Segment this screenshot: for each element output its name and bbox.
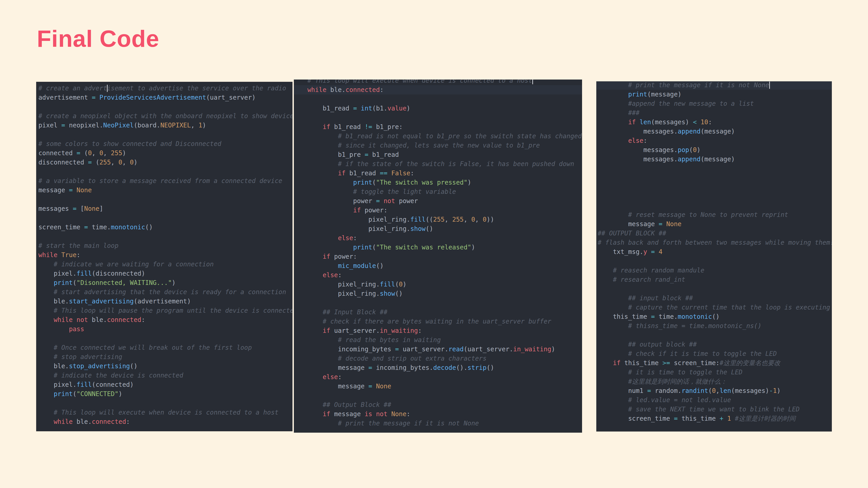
- code-line: [36, 213, 292, 223]
- code-panel-middle[interactable]: # This loop will execute when device is …: [294, 79, 582, 433]
- code-line: screen_time = time.monotonic(): [36, 223, 292, 232]
- code-line: ble.stop_advertising(): [36, 361, 292, 371]
- code-line: txt_msg.y = 4: [596, 247, 832, 256]
- code-line: [596, 201, 832, 210]
- code-line: # This loop will execute when device is …: [294, 79, 582, 85]
- code-line: b1_read = int(b1.value): [294, 104, 582, 113]
- code-line: pixel.fill(connected): [36, 380, 292, 389]
- code-line: num1 = random.randint(0,len(messages)-1): [596, 386, 832, 395]
- code-line: pixel_ring.show(): [294, 224, 582, 233]
- code-line: [596, 182, 832, 192]
- code-line: ###: [596, 108, 832, 118]
- code-line: else:: [294, 270, 582, 280]
- code-line: message = incoming_bytes.decode().strip(…: [294, 363, 582, 372]
- code-line: [294, 94, 582, 104]
- code-line: [36, 334, 292, 343]
- code-line: # start advertising that the device is r…: [36, 287, 292, 297]
- code-line: # This loop will pause the program until…: [36, 306, 292, 315]
- code-line: # research rand_int: [596, 275, 832, 284]
- code-line: # reset message to None to prevent repri…: [596, 210, 832, 219]
- code-line: # check if there are bytes waiting in th…: [294, 317, 582, 326]
- text-cursor: [107, 85, 107, 92]
- code-line: # read the bytes in waiting: [294, 335, 582, 345]
- code-line: if uart_server.in_waiting:: [294, 326, 582, 335]
- code-line: # print the message if it is not None: [294, 419, 582, 428]
- code-line: # toggle the light variable: [294, 187, 582, 196]
- code-line: [596, 173, 832, 182]
- code-line: # since it changed, lets save the new va…: [294, 141, 582, 150]
- code-line: [294, 113, 582, 122]
- code-line: # This loop will execute when device is …: [36, 408, 292, 417]
- code-line: [596, 284, 832, 293]
- code-line: # led.value = not led.value: [596, 395, 832, 404]
- code-line: else:: [596, 136, 832, 145]
- code-line: print(message): [596, 90, 832, 99]
- code-line: if b1_read != b1_pre:: [294, 122, 582, 131]
- code-line: print("The switch was released"): [294, 242, 582, 252]
- code-line: pixel_ring.fill(0): [294, 280, 582, 289]
- code-line: if power:: [294, 205, 582, 215]
- code-line: # thisns_time = time.monotonic_ns(): [596, 321, 832, 330]
- code-line: # it is time to toggle the LED: [596, 367, 832, 377]
- code-line: ble.start_advertising(advertisement): [36, 297, 292, 306]
- code-line: ## Input Block ##: [294, 307, 582, 317]
- code-line: [596, 256, 832, 266]
- code-line: # stop advertising: [36, 352, 292, 361]
- code-line: messages.append(message): [596, 127, 832, 136]
- code-line: messages = [None]: [36, 204, 292, 213]
- code-line: # check if it is time to toggle the LED: [596, 349, 832, 358]
- code-line: print("The switch was pressed"): [294, 178, 582, 187]
- code-line: pixel = neopixel.NeoPixel(board.NEOPIXEL…: [36, 121, 292, 130]
- code-panel-right[interactable]: # print the message if it is not None pr…: [596, 81, 832, 431]
- code-line: # capture the current time that the loop…: [596, 303, 832, 312]
- code-line: if power:: [294, 252, 582, 261]
- code-line: [596, 330, 832, 340]
- code-line: pass: [36, 324, 292, 334]
- code-line: ## output block ##: [596, 340, 832, 349]
- text-cursor: [532, 79, 533, 84]
- code-line: [36, 195, 292, 204]
- code-line: [36, 102, 292, 111]
- code-panel-left[interactable]: # create an advertisement to advertise t…: [36, 82, 292, 431]
- code-line: # create a neopixel object with the onbo…: [36, 111, 292, 121]
- code-line: b1_pre = b1_read: [294, 150, 582, 159]
- code-area-middle[interactable]: # This loop will execute when device is …: [294, 79, 582, 428]
- code-line: ## Output Block ##: [294, 400, 582, 410]
- code-line: if len(messages) < 10:: [596, 118, 832, 127]
- code-line-current: while ble.connected:: [294, 85, 582, 94]
- code-line: advertisement = ProvideServicesAdvertise…: [36, 93, 292, 102]
- code-line: # Once connected we will break out of th…: [36, 343, 292, 352]
- text-cursor: [769, 82, 770, 89]
- code-line: # some colors to show connected and Disc…: [36, 139, 292, 149]
- code-line: else:: [294, 233, 582, 242]
- code-line: if b1_read == False:: [294, 168, 582, 178]
- code-area-left[interactable]: # create an advertisement to advertise t…: [36, 84, 292, 426]
- code-line: if message is not None:: [294, 410, 582, 419]
- code-line-current: # print the message if it is not None: [596, 81, 832, 90]
- page-title: Final Code: [37, 25, 159, 52]
- code-line: # indicate the device is connected: [36, 371, 292, 380]
- code-line: pixel.fill(disconnected): [36, 269, 292, 278]
- code-line: disconnected = (255, 0, 0): [36, 158, 292, 167]
- code-line: else:: [294, 372, 582, 382]
- code-line: [36, 398, 292, 408]
- code-line: message = None: [294, 382, 582, 391]
- code-area-right[interactable]: # print the message if it is not None pr…: [596, 81, 832, 423]
- code-line: message = None: [36, 186, 292, 195]
- code-line: # start the main loop: [36, 241, 292, 250]
- code-line: if this_time >= screen_time:#这里的变量名也要改: [596, 358, 832, 367]
- code-line: # save the NEXT time we want to blink th…: [596, 404, 832, 414]
- code-line: [36, 130, 292, 139]
- code-line: # indicate we are waiting for a connecti…: [36, 260, 292, 269]
- code-line: # create an advertisement to advertise t…: [36, 84, 292, 93]
- code-line: # b1_read is not equal to b1_pre so the …: [294, 131, 582, 141]
- code-line: incoming_bytes = uart_server.read(uart_s…: [294, 345, 582, 354]
- code-line: messages.append(message): [596, 155, 832, 164]
- code-line: # reasech random mandule: [596, 266, 832, 275]
- code-line: while ble.connected:: [36, 417, 292, 426]
- code-line: mic_module(): [294, 261, 582, 270]
- code-line: #append the new message to a list: [596, 99, 832, 108]
- code-line: [294, 391, 582, 400]
- code-line: screen_time = this_time + 1 #这里是计时器的时间: [596, 414, 832, 423]
- code-line: pixel_ring.fill((255, 255, 0, 0)): [294, 215, 582, 224]
